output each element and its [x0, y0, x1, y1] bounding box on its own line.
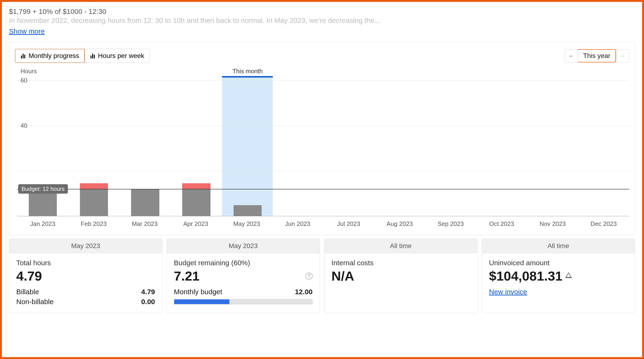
x-tick: Mar 2023 [119, 220, 170, 228]
app-frame: $1,799 + 10% of $1000 - 12:30 In Novembe… [0, 0, 644, 359]
x-axis: Jan 2023Feb 2023Mar 2023Apr 2023May 2023… [15, 220, 629, 228]
row-label: Monthly budget [174, 288, 222, 296]
card-title: Internal costs [332, 259, 470, 267]
budget-progress-bar [174, 299, 313, 304]
gridline [17, 171, 629, 171]
card-period: May 2023 [9, 239, 162, 253]
x-tick: Jun 2023 [272, 220, 323, 228]
row-billable: Billable 4.79 [16, 288, 155, 296]
card-internal-costs: All time Internal costs N/A [324, 239, 478, 313]
card-title: Uninvoiced amount [489, 259, 628, 267]
x-tick: Sep 2023 [425, 220, 476, 228]
help-icon[interactable]: ? [306, 273, 312, 280]
tab-monthly-progress[interactable]: Monthly progress [15, 49, 85, 63]
budget-line [17, 189, 629, 189]
bar-chart-icon [90, 53, 95, 58]
row-value: 12.00 [295, 288, 312, 296]
tab-hours-per-week[interactable]: Hours per week [85, 49, 150, 63]
show-more-link[interactable]: Show more [9, 27, 45, 35]
year-nav: ← This year → [565, 49, 629, 62]
card-total-hours: May 2023 Total hours 4.79 Billable 4.79 … [9, 239, 162, 313]
bar-within [131, 189, 159, 216]
summary-cards-row: May 2023 Total hours 4.79 Billable 4.79 … [9, 239, 635, 313]
card-value: 4.79 [16, 268, 155, 284]
bar-within [182, 189, 210, 216]
row-value: 4.79 [141, 288, 155, 296]
row-nonbillable: Non-billable 0.00 [16, 298, 155, 306]
card-title: Total hours [16, 259, 155, 267]
x-tick: Jul 2023 [323, 220, 374, 228]
x-tick: Feb 2023 [68, 220, 119, 228]
bar-over [80, 183, 108, 189]
x-tick: Oct 2023 [476, 220, 527, 228]
chart-toolbar: Monthly progress Hours per week ← This y… [15, 49, 629, 63]
arrow-right-icon: → [620, 52, 626, 59]
row-monthly-budget: Monthly budget 12.00 [174, 288, 313, 296]
header-rate-line: $1,799 + 10% of $1000 - 12:30 [9, 7, 635, 15]
chart-card: Monthly progress Hours per week ← This y… [9, 42, 635, 235]
y-tick: 60 [20, 77, 27, 84]
year-next-button[interactable]: → [616, 50, 629, 62]
card-value: N/A [332, 268, 470, 284]
header-desc-line: In November 2022, decreasing hours from … [9, 16, 635, 24]
y-axis-label: Hours [20, 68, 37, 75]
bar-over [182, 183, 210, 189]
row-label: Billable [16, 288, 39, 296]
row-value: 0.00 [141, 298, 155, 306]
x-tick: Aug 2023 [374, 220, 425, 228]
bar-within [80, 189, 108, 216]
x-tick: May 2023 [221, 220, 272, 228]
card-period: All time [482, 239, 635, 253]
x-tick: Dec 2023 [578, 220, 629, 228]
card-period: All time [324, 239, 477, 253]
warning-icon [565, 272, 572, 278]
year-prev-button[interactable]: ← [565, 50, 578, 62]
tab-label: Hours per week [98, 52, 144, 60]
tab-label: Monthly progress [28, 52, 79, 60]
bar-chart-icon [20, 53, 26, 58]
x-tick: Apr 2023 [170, 220, 221, 228]
x-tick: Nov 2023 [527, 220, 578, 228]
x-tick: Jan 2023 [17, 220, 68, 228]
budget-label: Budget: 12 hours [18, 184, 68, 194]
year-label[interactable]: This year [578, 49, 616, 62]
card-uninvoiced: All time Uninvoiced amount $104,081.31 N… [482, 239, 635, 313]
budget-progress-fill [174, 299, 230, 304]
card-title: Budget remaining (60%) [174, 259, 313, 267]
chart-plot-area: Hours This month6040Budget: 12 hours [15, 68, 629, 216]
chart-tab-group: Monthly progress Hours per week [15, 49, 150, 63]
bar-within [234, 205, 262, 216]
this-month-label: This month [232, 68, 263, 75]
gridline [17, 126, 629, 126]
card-value: 7.21 ? [174, 268, 313, 284]
baseline [17, 216, 629, 216]
this-month-underline [222, 76, 273, 77]
y-tick: 40 [20, 122, 27, 129]
card-period: May 2023 [167, 239, 320, 253]
current-month-highlight [222, 77, 273, 216]
card-value: $104,081.31 [489, 268, 628, 284]
row-label: Non-billable [16, 298, 54, 306]
new-invoice-link[interactable]: New invoice [489, 288, 527, 296]
arrow-left-icon: ← [568, 52, 574, 59]
card-budget-remaining: May 2023 Budget remaining (60%) 7.21 ? M… [167, 239, 320, 313]
